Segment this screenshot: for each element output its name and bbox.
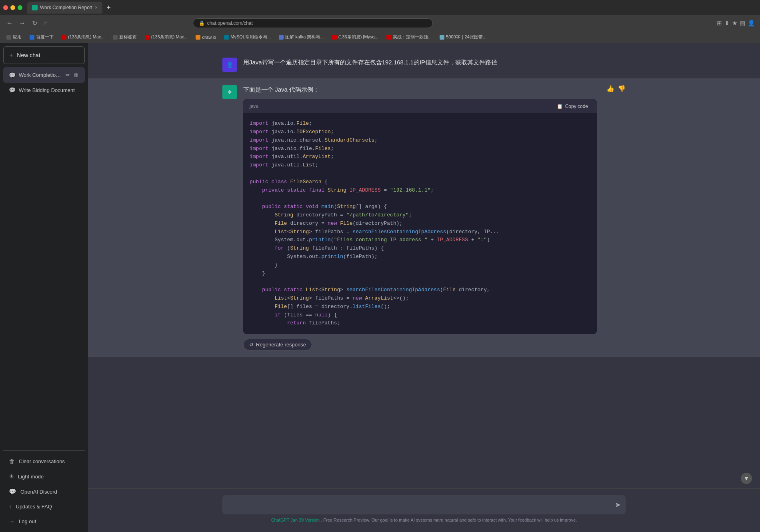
user-avatar: 👤	[222, 58, 237, 72]
send-button[interactable]: ➤	[615, 500, 621, 509]
footer-description: . Free Research Preview. Our goal is to …	[321, 518, 577, 522]
chat-icon: 💬	[9, 72, 16, 78]
copy-code-label: Copy code	[565, 104, 588, 109]
sidebar-bottom-icon: →	[9, 518, 15, 525]
bookmark-label: (133条消息) Mac...	[151, 34, 188, 40]
scroll-down-button[interactable]: ▼	[741, 473, 752, 484]
bookmark-item[interactable]: (133条消息) Mac...	[58, 33, 108, 41]
regenerate-button[interactable]: ↺ Regenerate response	[243, 339, 312, 350]
assistant-message-content: 下面是一个 Java 代码示例： java 📋 Copy code	[243, 85, 597, 350]
address-bar: ← → ↻ ⌂ 🔒 chat.openai.com/chat ⊞ ⬇ ★ ▤ 👤	[0, 15, 760, 31]
bookmark-item[interactable]: 新标签页	[110, 33, 140, 41]
bookmark-button[interactable]: ★	[732, 20, 737, 27]
sidebar-bottom-icon: 💬	[9, 488, 16, 495]
bookmark-item[interactable]: 百度一下	[26, 33, 57, 41]
copy-icon: 📋	[557, 104, 563, 109]
bookmark-favicon	[279, 35, 284, 40]
sidebar-bottom-label: Light mode	[18, 474, 44, 480]
bookmark-item[interactable]: (136条消息) [Mysq...	[329, 33, 382, 41]
sidebar-bottom-icon: ↑	[9, 503, 12, 510]
edit-chat-button[interactable]: ✏	[65, 71, 71, 79]
sidebar-bottom: 🗑 Clear conversations ☀ Light mode 💬 Ope…	[3, 450, 85, 529]
url-bar[interactable]: 🔒 chat.openai.com/chat	[193, 18, 433, 28]
traffic-lights	[3, 5, 22, 10]
bookmark-item[interactable]: 实战：定制一款独...	[383, 33, 435, 41]
bookmark-favicon	[440, 35, 444, 40]
thumbs-down-button[interactable]: 👎	[618, 85, 626, 92]
assistant-avatar	[222, 85, 237, 99]
code-header: java 📋 Copy code	[243, 99, 597, 113]
sidebar-bottom-item[interactable]: ☀ Light mode	[3, 469, 85, 484]
bookmark-item[interactable]: draw.io	[192, 34, 219, 40]
bookmark-favicon	[224, 35, 229, 40]
input-area: ➤ ChatGPT Jan 30 Version . Free Research…	[88, 488, 760, 532]
chat-item-label: Work Completion Rep	[19, 72, 62, 78]
chat-item-actions: ✏ 🗑	[65, 71, 79, 79]
bookmark-favicon	[62, 35, 66, 40]
bookmark-item[interactable]: 应用	[3, 33, 25, 41]
chevron-down-icon: ▼	[744, 475, 749, 482]
download-button[interactable]: ⬇	[724, 20, 730, 27]
bookmark-label: 百度一下	[36, 34, 54, 40]
traffic-light-yellow[interactable]	[10, 5, 15, 10]
plus-icon: +	[9, 52, 13, 59]
footer-text: ChatGPT Jan 30 Version . Free Research P…	[222, 514, 626, 526]
bookmark-label: 新标签页	[119, 34, 137, 40]
profile-button[interactable]: 👤	[748, 20, 755, 27]
bookmark-item[interactable]: 图解 kafka 架构与...	[276, 33, 327, 41]
traffic-light-red[interactable]	[3, 5, 8, 10]
new-chat-button[interactable]: + New chat	[3, 46, 85, 64]
message-actions: 👍 👎	[606, 85, 626, 350]
bookmark-label: (133条消息) Mac...	[68, 34, 105, 40]
bookmark-favicon	[386, 35, 391, 40]
chat-input[interactable]	[229, 500, 606, 510]
url-text: chat.openai.com/chat	[207, 20, 253, 26]
sidebar-bottom-item[interactable]: 💬 OpenAI Discord	[3, 484, 85, 499]
tab-close-button[interactable]: ×	[95, 5, 98, 10]
sidebar: + New chat 💬 Work Completion Rep ✏ 🗑 💬 W…	[0, 43, 88, 532]
nav-home-button[interactable]: ⌂	[42, 18, 49, 28]
code-language-label: java	[250, 102, 258, 110]
nav-back-button[interactable]: ←	[5, 18, 14, 28]
sidebar-bottom-label: Log out	[19, 518, 36, 524]
chat-list-item[interactable]: 💬 Write Bidding Document ✏ 🗑	[3, 83, 85, 97]
code-block: java 📋 Copy code import java.io.File; im…	[243, 99, 597, 334]
traffic-light-green[interactable]	[18, 5, 22, 10]
sidebar-bottom-label: Updates & FAQ	[16, 504, 52, 510]
browser-chrome: Work Completion Report × + ← → ↻ ⌂ 🔒 cha…	[0, 0, 760, 43]
code-body: import java.io.File; import java.io.IOEx…	[243, 113, 597, 334]
send-icon: ➤	[615, 501, 621, 509]
assistant-intro: 下面是一个 Java 代码示例：	[243, 85, 597, 94]
new-tab-button[interactable]: +	[104, 4, 113, 12]
lock-icon: 🔒	[199, 20, 205, 26]
app: + New chat 💬 Work Completion Rep ✏ 🗑 💬 W…	[0, 43, 760, 532]
chat-list-item[interactable]: 💬 Work Completion Rep ✏ 🗑	[3, 67, 85, 83]
sidebar-bottom-item[interactable]: 🗑 Clear conversations	[3, 454, 85, 469]
bookmark-label: (136条消息) [Mysq...	[338, 34, 378, 40]
bookmark-favicon	[196, 35, 200, 40]
delete-chat-button[interactable]: 🗑	[72, 71, 79, 79]
bookmark-favicon	[145, 35, 150, 40]
bookmark-item[interactable]: 5000字｜24张图带...	[436, 33, 490, 41]
user-message-row: 👤 用Java帮写一个遍历指定目录下所有的文件存在包含192.168.1.1的I…	[88, 51, 760, 78]
bookmarks-bar: 应用百度一下(133条消息) Mac...新标签页(133条消息) Mac...…	[0, 31, 760, 43]
chat-main: 👤 用Java帮写一个遍历指定目录下所有的文件存在包含192.168.1.1的I…	[88, 43, 760, 532]
nav-refresh-button[interactable]: ↻	[30, 18, 39, 28]
bookmark-item[interactable]: MySQL常用命令与...	[221, 33, 274, 41]
chat-item-label: Write Bidding Document	[19, 87, 79, 93]
bookmark-item[interactable]: (133条消息) Mac...	[142, 33, 191, 41]
translate-button[interactable]: ⊞	[717, 20, 722, 27]
reader-mode-button[interactable]: ▤	[740, 20, 745, 27]
bookmark-favicon	[6, 35, 11, 40]
sidebar-bottom-item[interactable]: ↑ Updates & FAQ	[3, 499, 85, 514]
copy-code-button[interactable]: 📋 Copy code	[554, 103, 590, 110]
input-wrapper: ➤	[222, 495, 626, 514]
bookmark-label: 5000字｜24张图带...	[446, 34, 486, 40]
bookmark-label: 图解 kafka 架构与...	[285, 34, 324, 40]
nav-forward-button[interactable]: →	[18, 18, 27, 28]
browser-tab-active[interactable]: Work Completion Report ×	[27, 2, 102, 14]
regenerate-label: Regenerate response	[256, 342, 306, 348]
sidebar-bottom-item[interactable]: → Log out	[3, 514, 85, 529]
thumbs-up-button[interactable]: 👍	[606, 85, 614, 92]
footer-link[interactable]: ChatGPT Jan 30 Version	[271, 518, 320, 522]
